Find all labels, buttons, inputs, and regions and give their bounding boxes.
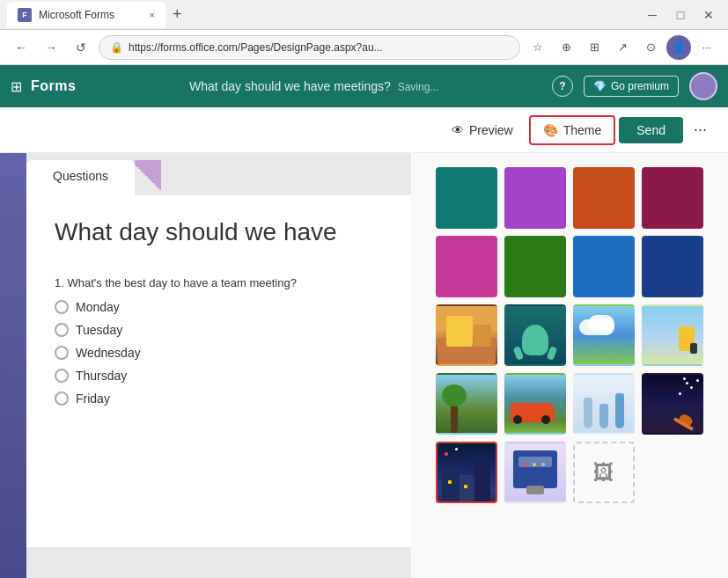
theme-swatch-octopus[interactable] [504, 304, 566, 366]
main-content: Questions What day should we have 1. Wha… [0, 153, 728, 578]
theme-swatch-maroon[interactable] [642, 167, 703, 229]
form-body: What day should we have 1. What's the be… [26, 195, 411, 547]
browser-controls: ← → ↺ 🔒 https://forms.office.com/Pages/D… [0, 30, 728, 65]
theme-swatch-presentation[interactable] [504, 442, 566, 503]
theme-swatch-blue[interactable] [573, 236, 635, 297]
radio-circle-thursday[interactable] [55, 369, 69, 383]
tab-close-button[interactable]: × [150, 10, 155, 20]
saving-status: Saving... [398, 81, 439, 93]
browser-btn-4[interactable]: ⊙ [638, 35, 663, 60]
radio-label-monday: Monday [76, 300, 120, 314]
radio-option-wednesday: Wednesday [55, 346, 383, 360]
theme-swatch-orange[interactable] [573, 167, 635, 229]
theme-swatch-forest[interactable] [436, 373, 497, 435]
radio-label-wednesday: Wednesday [76, 346, 141, 360]
theme-swatch-pink[interactable] [436, 236, 497, 297]
new-tab-button[interactable]: + [173, 5, 182, 24]
theme-icon: 🎨 [543, 123, 558, 137]
theme-swatch-clouds[interactable] [573, 304, 635, 366]
theme-swatch-navy[interactable] [642, 236, 703, 297]
app-grid-icon[interactable]: ⊞ [11, 78, 22, 95]
preview-icon: 👁 [452, 123, 464, 137]
theme-button[interactable]: 🎨 Theme [529, 115, 616, 145]
upload-icon: 🖼 [593, 460, 614, 485]
radio-label-thursday: Thursday [76, 369, 127, 383]
toolbar: 👁 Preview 🎨 Theme Send ··· [0, 107, 728, 153]
radio-option-tuesday: Tuesday [55, 323, 383, 337]
user-avatar[interactable] [689, 72, 717, 100]
send-button[interactable]: Send [619, 117, 683, 143]
radio-circle-monday[interactable] [55, 300, 69, 314]
refresh-button[interactable]: ↺ [69, 35, 93, 60]
theme-panel: 🖼 [411, 153, 728, 578]
browser-btn-3[interactable]: ↗ [610, 35, 635, 60]
form-tabs: Questions [26, 153, 411, 195]
form-area: Questions What day should we have 1. Wha… [0, 153, 411, 578]
address-bar[interactable]: 🔒 https://forms.office.com/Pages/DesignP… [99, 35, 520, 60]
browser-more-button[interactable]: ··· [695, 35, 719, 60]
browser-icon-group: ☆ ⊕ ⊞ ↗ ⊙ 👤 ··· [526, 35, 719, 60]
forward-button[interactable]: → [39, 35, 63, 60]
theme-swatch-purple[interactable] [504, 167, 566, 229]
radio-circle-wednesday[interactable] [55, 346, 69, 360]
maximize-button[interactable]: □ [668, 3, 693, 27]
radio-option-friday: Friday [55, 391, 383, 406]
diamond-icon: 💎 [593, 80, 607, 92]
app-header: ⊞ Forms What day should we have meetings… [0, 65, 728, 107]
bookmark-star-button[interactable]: ☆ [526, 35, 550, 60]
premium-button[interactable]: 💎 Go premium [584, 76, 679, 97]
app-name: Forms [31, 78, 76, 94]
more-options-button[interactable]: ··· [687, 114, 714, 145]
minimize-button[interactable]: ─ [640, 3, 665, 27]
browser-btn-2[interactable]: ⊞ [582, 35, 607, 60]
help-button[interactable]: ? [552, 76, 573, 97]
app-header-right: ? 💎 Go premium [552, 72, 717, 100]
lock-icon: 🔒 [110, 41, 123, 54]
browser-titlebar: F Microsoft Forms × + ─ □ ✕ [0, 0, 728, 30]
theme-swatch-van[interactable] [504, 373, 566, 435]
app-title: What day should we have meetings? Saving… [76, 79, 552, 93]
radio-circle-friday[interactable] [55, 391, 69, 406]
theme-grid: 🖼 [425, 167, 714, 503]
theme-swatch-upload[interactable]: 🖼 [573, 442, 635, 503]
theme-swatch-scene-orange[interactable] [436, 304, 497, 366]
browser-btn-1[interactable]: ⊕ [554, 35, 578, 60]
theme-swatch-skater[interactable] [642, 304, 703, 366]
question-block: 1. What's the best day to have a team me… [55, 276, 383, 406]
tab-title: Microsoft Forms [39, 9, 114, 21]
close-button[interactable]: ✕ [696, 3, 721, 27]
radio-circle-tuesday[interactable] [55, 323, 69, 337]
theme-swatch-city-night[interactable] [436, 442, 497, 503]
browser-tab[interactable]: F Microsoft Forms × [7, 2, 165, 28]
radio-label-tuesday: Tuesday [76, 323, 122, 337]
browser-profile-icon[interactable]: 👤 [666, 35, 691, 60]
back-button[interactable]: ← [9, 35, 33, 60]
theme-swatch-teal[interactable] [436, 167, 497, 229]
question-label: 1. What's the best day to have a team me… [55, 276, 383, 289]
radio-option-monday: Monday [55, 300, 383, 314]
url-text: https://forms.office.com/Pages/DesignPag… [129, 41, 383, 54]
radio-label-friday: Friday [76, 391, 110, 406]
tab-spacer [135, 160, 161, 195]
tab-questions[interactable]: Questions [26, 160, 135, 195]
theme-swatch-space[interactable] [642, 373, 703, 435]
preview-button[interactable]: 👁 Preview [439, 117, 526, 143]
form-title: What day should we have [55, 216, 383, 248]
tab-favicon: F [18, 8, 32, 22]
theme-swatch-green[interactable] [504, 236, 566, 297]
theme-swatch-science[interactable] [573, 373, 635, 435]
radio-option-thursday: Thursday [55, 369, 383, 383]
form-left-decoration [0, 153, 26, 578]
